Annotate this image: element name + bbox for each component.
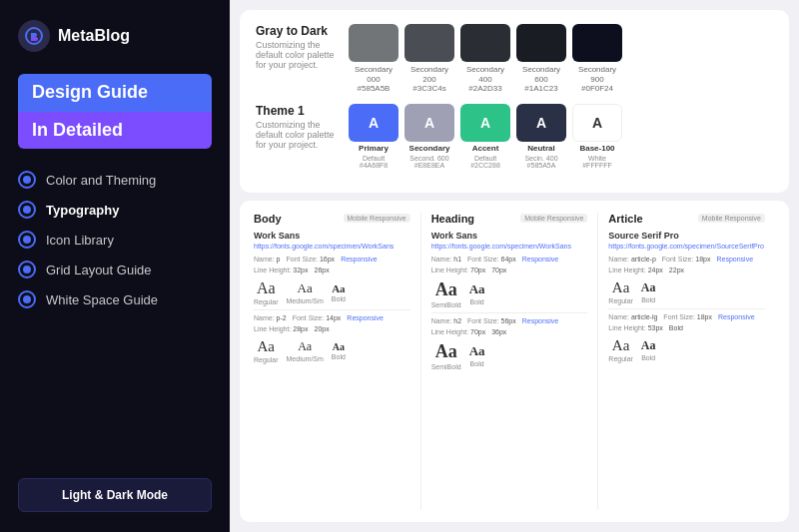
theme-swatch-accent: A Accent Default#2CC288 [460, 104, 510, 169]
typo-col-body-header: Body Mobile Responsive [254, 213, 410, 225]
divider-heading [431, 312, 588, 313]
nav-item-icon[interactable]: Icon Library [18, 231, 212, 249]
main-content: Gray to Dark Customizing the default col… [230, 0, 799, 532]
theme-swatches: A Primary Default#4A68F8 A Secondary Sec… [349, 104, 622, 169]
aa-regular-a: Aa Regular [608, 279, 633, 304]
body-aa-row-1: Aa Regular Aa Medium/Sm Aa Bold [254, 279, 410, 305]
typography-panel: Body Mobile Responsive Work Sans https:/… [240, 201, 789, 522]
aa-regular-a2: Aa Regular [608, 337, 633, 362]
nav-item-typography[interactable]: Typography [18, 201, 212, 219]
swatch-gray-600: Secondary600#1A1C23 [516, 24, 566, 94]
nav-item-color[interactable]: Color and Theming [18, 171, 212, 189]
swatch-gray-900: Secondary900#0F0F24 [572, 24, 622, 94]
theme-swatch-secondary: A Secondary Second. 600#E8E8EA [404, 104, 454, 169]
aa-bold-a: Aa Bold [641, 280, 656, 303]
typo-col-heading: Heading Mobile Responsive Work Sans http… [431, 213, 599, 510]
article-spec-lh2: Line Height: 53px Bold [608, 324, 765, 331]
nav-dot-typography [18, 201, 36, 219]
nav-item-whitespace[interactable]: White Space Guide [18, 290, 212, 308]
aa-medium-2: Aa Medium/Sm [287, 339, 324, 362]
gray-swatches: Secondary000#585A5B Secondary200#3C3C4s … [349, 24, 622, 94]
theme-swatch-primary: A Primary Default#4A68F8 [349, 104, 399, 169]
article-spec-lh1: Line Height: 24px 22px [608, 266, 765, 273]
aa-semibold-h2: Aa SemiBold [431, 341, 461, 370]
theme-swatch-base: A Base-100 White#FFFFFF [572, 104, 622, 169]
body-spec-lh1: Line Height: 32px 26px [254, 266, 410, 273]
sidebar: MetaBlog Design Guide In Detailed Color … [0, 0, 230, 532]
typo-col-article-header: Article Mobile Responsive [608, 213, 765, 225]
theme-1-row: Theme 1 Customizing the default color pa… [256, 104, 773, 169]
heading-spec-lh1: Line Height: 70px 70px [431, 266, 588, 273]
article-spec-1: Name: article-p Font Size: 18px Responsi… [608, 256, 765, 263]
typo-col-heading-header: Heading Mobile Responsive [431, 213, 588, 225]
aa-bold-h2: Aa Bold [469, 343, 485, 367]
logo-text: MetaBlog [58, 27, 130, 45]
swatch-gray-400: Secondary400#2A2D33 [460, 24, 510, 94]
heading-spec-2: Name: h2 Font Size: 56px Responsive [431, 317, 588, 324]
body-aa-row-2: Aa Regular Aa Medium/Sm Aa Bold [254, 338, 410, 363]
body-spec-1: Name: p Font Size: 16px Responsive [254, 256, 410, 263]
heading-spec-1: Name: h1 Font Size: 64px Responsive [431, 256, 588, 263]
aa-medium: Aa Medium/Sm [287, 280, 324, 304]
aa-bold-a2: Aa Bold [641, 338, 656, 361]
typo-columns: Body Mobile Responsive Work Sans https:/… [254, 213, 775, 510]
swatch-gray-200: Secondary200#3C3C4s [404, 24, 454, 94]
aa-bold-h: Aa Bold [469, 281, 485, 305]
heading-aa-row-2: Aa SemiBold Aa Bold [431, 341, 588, 370]
nav-items: Color and Theming Typography Icon Librar… [18, 171, 212, 468]
typo-col-article: Article Mobile Responsive Source Serif P… [608, 213, 775, 510]
light-dark-button[interactable]: Light & Dark Mode [18, 478, 212, 512]
body-spec-2: Name: p-2 Font Size: 14px Responsive [254, 314, 410, 321]
nav-dot-whitespace [18, 290, 36, 308]
divider-article [608, 308, 765, 309]
nav-dot-grid [18, 261, 36, 278]
color-panel: Gray to Dark Customizing the default col… [240, 10, 789, 193]
gray-to-dark-row: Gray to Dark Customizing the default col… [256, 24, 773, 94]
heading-spec-lh2: Line Height: 70px 36px [431, 328, 588, 335]
banner-blue: Design Guide [18, 74, 212, 112]
aa-bold: Aa Bold [332, 282, 346, 302]
banner-purple: In Detailed [18, 112, 212, 150]
nav-dot-icon [18, 231, 36, 249]
article-spec-2: Name: article-lg Font Size: 18px Respons… [608, 313, 765, 320]
aa-regular-2: Aa Regular [254, 338, 279, 363]
aa-semibold-h: Aa SemiBold [431, 279, 461, 308]
article-aa-row-1: Aa Regular Aa Bold [608, 279, 765, 304]
swatch-gray-000: Secondary000#585A5B [349, 24, 399, 94]
aa-regular: Aa Regular [254, 279, 279, 305]
aa-bold-2: Aa Bold [332, 341, 346, 360]
body-spec-lh2: Line Height: 28px 20px [254, 325, 410, 332]
article-aa-row-2: Aa Regular Aa Bold [608, 337, 765, 362]
logo-icon [18, 20, 50, 52]
theme-swatch-neutral: A Neutral Secin. 400#585A5A [516, 104, 566, 169]
typo-col-body: Body Mobile Responsive Work Sans https:/… [254, 213, 421, 510]
color-info-gray: Gray to Dark Customizing the default col… [256, 24, 341, 80]
logo-area: MetaBlog [18, 20, 212, 52]
hero-banners: Design Guide In Detailed [18, 74, 212, 149]
nav-item-grid[interactable]: Grid Layout Guide [18, 261, 212, 278]
color-info-theme: Theme 1 Customizing the default color pa… [256, 104, 341, 160]
divider-body [254, 309, 410, 310]
heading-aa-row-1: Aa SemiBold Aa Bold [431, 279, 588, 308]
nav-dot-color [18, 171, 36, 189]
